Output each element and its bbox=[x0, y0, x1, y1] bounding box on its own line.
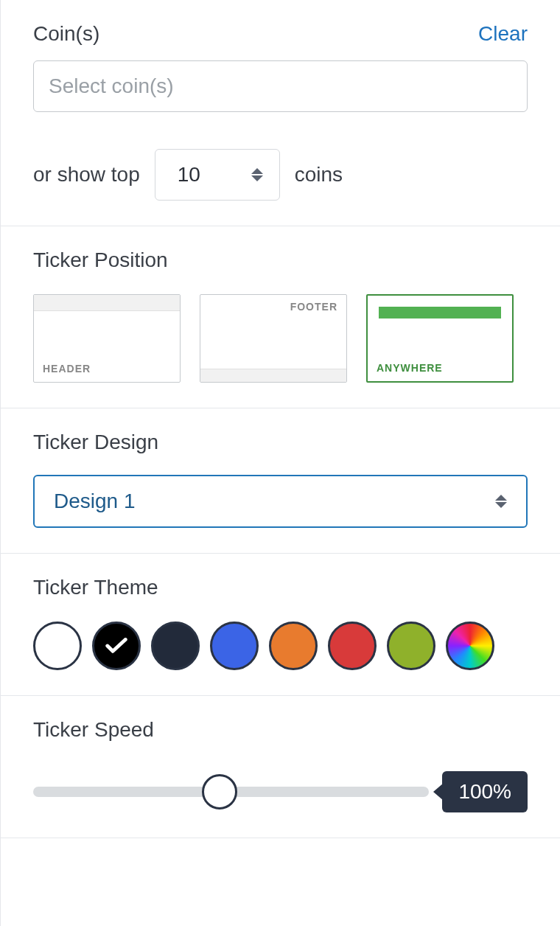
theme-swatch-white[interactable] bbox=[33, 622, 82, 670]
coins-label: Coin(s) bbox=[33, 22, 99, 46]
speed-slider-track[interactable] bbox=[33, 787, 429, 797]
theme-section: Ticker Theme bbox=[1, 554, 560, 696]
position-label: Ticker Position bbox=[33, 248, 168, 271]
design-select[interactable]: Design 1 bbox=[33, 475, 528, 528]
theme-swatch-navy[interactable] bbox=[151, 622, 200, 670]
coins-section: Coin(s) Clear Select coin(s) or show top… bbox=[1, 0, 560, 226]
design-section: Ticker Design Design 1 bbox=[1, 408, 560, 554]
theme-swatch-row bbox=[33, 622, 528, 670]
show-top-suffix: coins bbox=[295, 163, 343, 187]
top-count-value: 10 bbox=[178, 163, 200, 187]
theme-swatch-orange[interactable] bbox=[269, 622, 318, 670]
speed-slider-wrap: 100% bbox=[33, 771, 528, 812]
position-option-anywhere[interactable]: ANYWHERE bbox=[366, 294, 514, 383]
anywhere-bar-icon bbox=[379, 307, 501, 318]
speed-slider-thumb[interactable] bbox=[202, 774, 237, 810]
design-label: Ticker Design bbox=[33, 431, 158, 453]
position-section: Ticker Position HEADER FOOTER ANYWHERE bbox=[1, 226, 560, 408]
position-anywhere-text: ANYWHERE bbox=[377, 362, 443, 374]
position-options-row: HEADER FOOTER ANYWHERE bbox=[33, 294, 528, 383]
speed-label: Ticker Speed bbox=[33, 718, 154, 741]
show-top-prefix: or show top bbox=[33, 163, 140, 187]
theme-label: Ticker Theme bbox=[33, 576, 158, 599]
position-footer-text: FOOTER bbox=[290, 301, 337, 313]
theme-swatch-rainbow[interactable] bbox=[446, 622, 494, 670]
clear-link[interactable]: Clear bbox=[478, 22, 528, 46]
coins-label-row: Coin(s) Clear bbox=[33, 22, 528, 46]
position-header-text: HEADER bbox=[43, 363, 91, 375]
chevron-updown-icon bbox=[495, 495, 507, 508]
top-count-select[interactable]: 10 bbox=[155, 149, 280, 201]
theme-swatch-black[interactable] bbox=[92, 622, 141, 670]
position-option-header[interactable]: HEADER bbox=[33, 294, 181, 383]
check-icon bbox=[105, 638, 127, 654]
header-bar-icon bbox=[34, 295, 180, 311]
coin-select-placeholder: Select coin(s) bbox=[49, 74, 174, 98]
speed-section: Ticker Speed 100% bbox=[1, 696, 560, 838]
coin-select-input[interactable]: Select coin(s) bbox=[33, 60, 528, 112]
position-option-footer[interactable]: FOOTER bbox=[200, 294, 347, 383]
theme-swatch-red[interactable] bbox=[328, 622, 377, 670]
show-top-row: or show top 10 coins bbox=[33, 149, 528, 201]
design-selected-value: Design 1 bbox=[54, 490, 136, 513]
theme-swatch-olive[interactable] bbox=[387, 622, 435, 670]
chevron-updown-icon bbox=[251, 168, 263, 181]
footer-bar-icon bbox=[200, 369, 346, 382]
speed-value-badge: 100% bbox=[442, 771, 528, 812]
theme-swatch-blue[interactable] bbox=[210, 622, 259, 670]
